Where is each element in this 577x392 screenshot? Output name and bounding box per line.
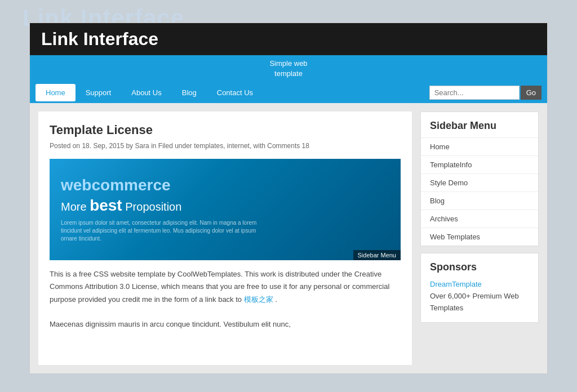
menu-item-home: Home [421, 138, 538, 156]
sponsors-title: Sponsors [430, 261, 529, 273]
tagline-prefix: More [61, 201, 90, 213]
content-area: Template License Posted on 18. Sep, 2015… [38, 112, 412, 365]
menu-link-styledemo[interactable]: Style Demo [421, 174, 538, 191]
brand-part1: web [61, 176, 91, 194]
body-link[interactable]: 模板之家 [244, 295, 273, 304]
post-body: This is a free CSS website template by C… [50, 268, 401, 330]
nav-link-contact[interactable]: Contact Us [207, 84, 263, 101]
site-header: Link Interface [30, 23, 547, 55]
menu-link-webtemplates[interactable]: Web Templates [421, 228, 538, 246]
body-text1: This is a free CSS website template by C… [50, 270, 389, 303]
sidebar-menu-widget: Sidebar Menu Home TemplateInfo Style Dem… [420, 112, 539, 246]
post-image-caption: Sidebar Menu [353, 250, 401, 260]
blue-banner: Simple web template [30, 55, 547, 82]
sponsors-widget: Sponsors DreamTemplate Over 6,000+ Premi… [420, 253, 539, 322]
nav-link-home[interactable]: Home [35, 84, 76, 101]
post-body-paragraph2: Maecenas dignissim mauris in arcu conque… [50, 318, 401, 331]
post-body-paragraph1: This is a free CSS website template by C… [50, 268, 401, 305]
banner-line2: template [274, 69, 303, 78]
site-title-part1: Link [41, 29, 83, 49]
brand-part2: commerce [91, 176, 170, 194]
post-title: Template License [50, 123, 401, 137]
menu-link-blog[interactable]: Blog [421, 192, 538, 210]
sponsor-item-2: Over 6,000+ Premium Web [430, 291, 529, 302]
menu-item-templateinfo: TemplateInfo [421, 156, 538, 174]
site-title: Link Interface [41, 29, 536, 50]
menu-item-styledemo: Style Demo [421, 174, 538, 192]
brand-text: webcommerce [61, 176, 171, 194]
nav-links: Home Support About Us Blog Contact Us [35, 84, 429, 101]
nav-link-support[interactable]: Support [76, 84, 122, 101]
tagline: More best Proposition [61, 197, 181, 215]
tagline-suffix: Proposition [122, 201, 182, 213]
sponsor-item-1: DreamTemplate [430, 279, 529, 291]
search-input[interactable] [429, 86, 520, 100]
body-text2: . [275, 295, 277, 304]
search-button[interactable]: Go [521, 86, 542, 100]
menu-link-templateinfo[interactable]: TemplateInfo [421, 156, 538, 173]
banner-line1: Simple web [269, 59, 307, 68]
site-title-part2: Interface [83, 29, 158, 49]
tagline-highlight: best [90, 197, 122, 214]
menu-item-webtemplates: Web Templates [421, 228, 538, 246]
main-layout: Template License Posted on 18. Sep, 2015… [30, 103, 547, 373]
menu-link-archives[interactable]: Archives [421, 210, 538, 228]
sidebar: Sidebar Menu Home TemplateInfo Style Dem… [420, 112, 539, 365]
search-area: Go [429, 82, 542, 103]
sponsor-item-3: Templates [430, 302, 529, 314]
sponsor-link-1[interactable]: DreamTemplate [430, 280, 482, 288]
menu-link-home[interactable]: Home [421, 138, 538, 155]
nav-link-about[interactable]: About Us [121, 84, 171, 101]
post-image-inner: webcommerce More best Proposition Lorem … [50, 165, 401, 254]
lorem-text: Lorem ipsum dolor sit amet, consectetur … [61, 219, 258, 243]
post-meta: Posted on 18. Sep, 2015 by Sara in Filed… [50, 141, 401, 151]
menu-item-archives: Archives [421, 210, 538, 228]
menu-item-blog: Blog [421, 192, 538, 210]
nav-link-blog[interactable]: Blog [172, 84, 207, 101]
sidebar-menu-list: Home TemplateInfo Style Demo Blog Archiv… [421, 138, 538, 246]
nav-bar: Home Support About Us Blog Contact Us Go [30, 82, 547, 103]
sidebar-menu-title: Sidebar Menu [421, 112, 538, 138]
post-image: webcommerce More best Proposition Lorem … [50, 159, 401, 260]
page-wrapper: Link Interface Simple web template Home … [29, 23, 548, 374]
